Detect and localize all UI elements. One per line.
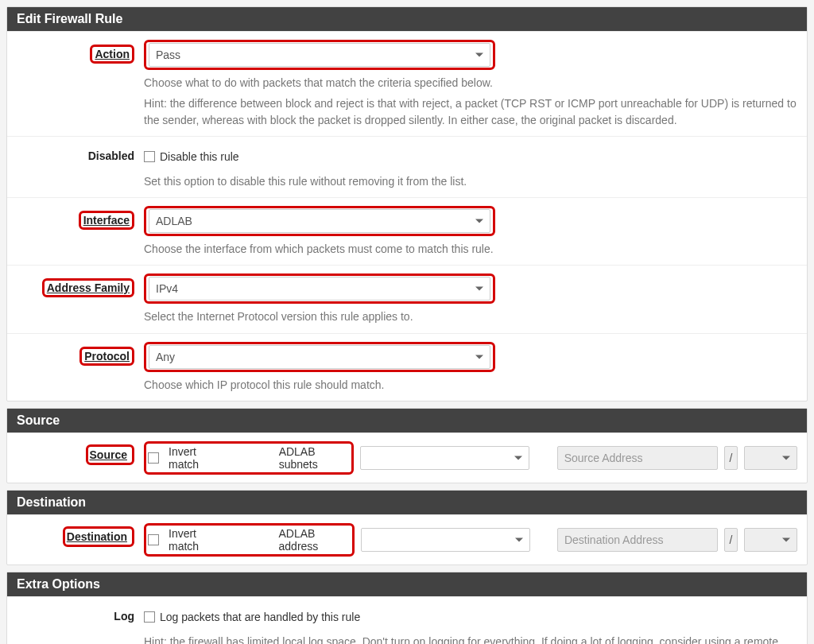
source-mask-slash: /	[724, 446, 738, 470]
row-disabled: Disabled Disable this rule Set this opti…	[7, 136, 807, 197]
select-source-mask[interactable]	[744, 446, 797, 470]
checkbox-disable-rule[interactable]	[144, 151, 155, 162]
checkbox-destination-invert[interactable]	[148, 534, 159, 545]
select-source-network[interactable]	[360, 446, 529, 470]
row-address-family: Address Family IPv4 Select the Internet …	[7, 265, 807, 332]
destination-mask-slash: /	[724, 528, 738, 552]
label-log: Log	[114, 610, 134, 623]
select-protocol[interactable]: Any	[149, 345, 490, 369]
input-source-address[interactable]	[557, 446, 718, 470]
select-address-family[interactable]: IPv4	[149, 277, 490, 301]
panel-header-destination: Destination	[7, 491, 807, 514]
row-interface: Interface ADLAB Choose the interface fro…	[7, 197, 807, 265]
help-action-1: Choose what to do with packets that matc…	[144, 75, 797, 91]
label-protocol: Protocol	[84, 350, 130, 363]
panel-source: Source Source Invert match ADLAB subnets…	[6, 408, 808, 483]
source-net-value: ADLAB subnets	[279, 445, 347, 471]
label-destination: Destination	[67, 530, 127, 543]
label-action: Action	[95, 48, 130, 60]
panel-edit-firewall-rule: Edit Firewall Rule Action Pass Choose wh…	[6, 6, 808, 402]
select-destination-network[interactable]	[361, 528, 530, 552]
panel-header-extra: Extra Options	[7, 572, 807, 596]
help-action-2: Hint: the difference between block and r…	[144, 95, 797, 128]
select-interface[interactable]: ADLAB	[149, 209, 490, 233]
panel-destination: Destination Destination Invert match ADL…	[6, 490, 808, 565]
label-address-family: Address Family	[47, 281, 130, 294]
destination-net-value: ADLAB address	[279, 527, 347, 553]
help-interface: Choose the interface from which packets …	[144, 241, 797, 257]
row-log: Log Log packets that are handled by this…	[7, 596, 807, 644]
panel-header-edit: Edit Firewall Rule	[7, 7, 807, 31]
label-source: Source	[90, 448, 127, 461]
checkbox-log[interactable]	[144, 611, 155, 623]
input-destination-address[interactable]	[557, 528, 718, 552]
checkbox-label-disable-rule: Disable this rule	[160, 150, 239, 163]
row-destination: Destination Invert match ADLAB address /	[7, 514, 807, 564]
checkbox-label-log: Log packets that are handled by this rul…	[160, 611, 360, 623]
row-action: Action Pass Choose what to do with packe…	[7, 31, 807, 136]
label-interface: Interface	[83, 214, 130, 227]
checkbox-source-invert[interactable]	[148, 452, 159, 464]
panel-header-source: Source	[7, 409, 807, 433]
select-action[interactable]: Pass	[149, 43, 490, 67]
help-address-family: Select the Internet Protocol version thi…	[144, 308, 797, 324]
row-protocol: Protocol Any Choose which IP protocol th…	[7, 333, 807, 401]
panel-extra-options: Extra Options Log Log packets that are h…	[6, 572, 808, 644]
label-destination-invert: Invert match	[169, 527, 222, 553]
help-protocol: Choose which IP protocol this rule shoul…	[144, 377, 797, 393]
row-source: Source Invert match ADLAB subnets /	[7, 433, 807, 483]
select-destination-mask[interactable]	[744, 528, 797, 552]
help-log: Hint: the firewall has limited local log…	[144, 634, 797, 644]
help-disabled: Set this option to disable this rule wit…	[144, 173, 797, 189]
label-source-invert: Invert match	[169, 445, 222, 471]
label-disabled: Disabled	[88, 149, 134, 162]
